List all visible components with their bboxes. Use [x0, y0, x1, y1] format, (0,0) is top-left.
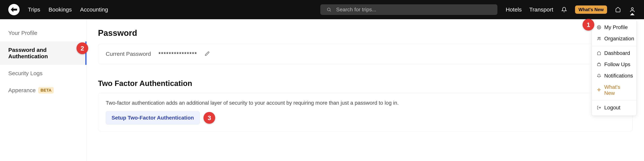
briefcase-icon [596, 62, 602, 67]
search-box[interactable] [320, 4, 498, 15]
svg-point-3 [598, 27, 600, 28]
sidebar: Your Profile Password and Authentication… [0, 19, 87, 161]
sidebar-item-label: Security Logs [8, 70, 42, 76]
dd-organization[interactable]: Organization [592, 33, 636, 44]
home-icon [596, 50, 602, 56]
tfa-description: Two-factor authentication adds an additi… [106, 100, 625, 106]
topbar: Trips Bookings Accounting Hotels Transpo… [0, 0, 644, 19]
gear-icon [596, 25, 602, 30]
svg-line-1 [330, 10, 331, 12]
app-logo[interactable] [8, 4, 20, 15]
dd-dashboard[interactable]: Dashboard [592, 48, 636, 59]
user-menu-button[interactable] [629, 6, 636, 13]
org-icon [596, 36, 602, 41]
right-nav: Hotels Transport What's New [506, 6, 636, 14]
dd-label: Logout [604, 105, 620, 111]
primary-nav: Trips Bookings Accounting [28, 6, 108, 13]
dd-logout[interactable]: Logout [592, 102, 636, 113]
search-input[interactable] [336, 6, 492, 13]
sidebar-item-password-auth[interactable]: Password and Authentication [0, 42, 86, 65]
annotation-1: 1 [582, 19, 594, 30]
sidebar-item-label: Apperance [8, 87, 36, 94]
dd-notifications[interactable]: Notifications [592, 70, 636, 82]
bell-icon [596, 73, 602, 78]
dd-label: My Profile [604, 24, 628, 30]
beta-badge: BETA [38, 87, 54, 94]
user-dropdown: My Profile Organization Dashboard Follow… [592, 19, 636, 116]
nav-accounting[interactable]: Accounting [80, 6, 108, 13]
current-password-value: *************** [158, 51, 197, 57]
dd-label: Organization [604, 36, 634, 42]
sidebar-item-label: Your Profile [8, 30, 37, 36]
dd-label: Notifications [604, 73, 633, 79]
setup-tfa-button[interactable]: Setup Two-Factor Authentication [106, 111, 200, 124]
tfa-card: Two-factor authentication adds an additi… [98, 93, 633, 132]
annotation-3: 3 [204, 112, 215, 124]
logout-icon [596, 105, 602, 110]
sidebar-item-profile[interactable]: Your Profile [0, 24, 86, 42]
page-title: Password [98, 28, 137, 38]
current-password-label: Current Password [106, 51, 151, 57]
bell-icon[interactable] [561, 6, 568, 13]
dd-label: Dashboard [604, 50, 630, 56]
svg-point-4 [598, 37, 599, 38]
search-icon [326, 6, 332, 13]
nav-bookings[interactable]: Bookings [48, 6, 72, 13]
dd-whats-new[interactable]: What's New [592, 82, 636, 99]
dd-my-profile[interactable]: My Profile [592, 22, 636, 33]
dd-follow-ups[interactable]: Follow Ups [592, 59, 636, 70]
dd-label: What's New [604, 84, 632, 96]
menu-caret-icon [630, 13, 634, 15]
svg-rect-6 [598, 64, 601, 66]
svg-point-2 [632, 8, 634, 10]
sidebar-item-security-logs[interactable]: Security Logs [0, 65, 86, 82]
nav-trips[interactable]: Trips [28, 6, 40, 13]
svg-point-5 [599, 37, 600, 38]
annotation-2: 2 [76, 42, 88, 54]
whats-new-pill[interactable]: What's New [575, 6, 607, 14]
dd-label: Follow Ups [604, 62, 630, 68]
nav-hotels[interactable]: Hotels [506, 6, 522, 13]
sidebar-item-appearance[interactable]: Apperance BETA [0, 82, 86, 99]
dropdown-separator [592, 46, 636, 46]
dropdown-separator [592, 100, 636, 100]
password-card: Current Password *************** [98, 44, 633, 64]
edit-password-button[interactable] [204, 51, 210, 56]
main-content: Password ✓ Passw Current Password ******… [87, 19, 644, 161]
nav-transport[interactable]: Transport [529, 6, 553, 13]
sparkle-icon [596, 88, 602, 93]
home-icon[interactable] [614, 6, 622, 13]
svg-point-0 [327, 8, 330, 11]
tfa-title: Two Factor Authentication [98, 79, 633, 88]
sidebar-item-label: Password and Authentication [8, 47, 77, 60]
